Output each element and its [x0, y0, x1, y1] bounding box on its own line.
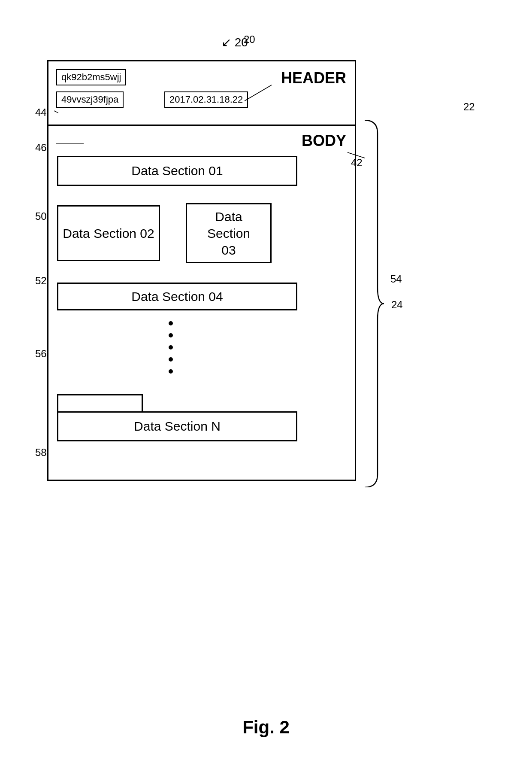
body-section: BODY Data Section 01 Data Section 02 Dat… [48, 126, 355, 482]
ref-22-label: 22 [463, 101, 475, 113]
ref-42-label: 42 [351, 157, 363, 169]
token-1-box: qk92b2ms5wjj [56, 69, 126, 85]
data-section-02: Data Section 02 [57, 205, 160, 261]
dot-5 [169, 369, 173, 374]
ref-58-label: 58 [35, 447, 47, 459]
dot-3 [169, 345, 173, 350]
ref-54-label: 54 [390, 273, 402, 285]
ref-56-label: 56 [35, 348, 47, 360]
svg-line-0 [54, 111, 58, 128]
ref-52-label: 52 [35, 275, 47, 287]
token-2-box: 49vvszj39fjpa [56, 91, 124, 108]
header-section: HEADER qk92b2ms5wjj 49vvszj39fjpa 2017.0… [48, 61, 355, 126]
section-n-notch [57, 394, 143, 411]
arrow-20: ↙ 20 [221, 35, 248, 49]
data-section-n: Data Section N [57, 411, 297, 441]
dot-1 [169, 321, 173, 325]
dot-4 [169, 357, 173, 362]
data-section-n-wrapper: Data Section N [57, 394, 297, 441]
dot-2 [169, 333, 173, 337]
ref-44-arrow [37, 106, 58, 158]
data-section-04: Data Section 04 [57, 283, 297, 310]
brace-24-svg [360, 120, 386, 487]
header-title: HEADER [281, 69, 346, 87]
data-section-02-label: Data Section 02 [63, 225, 154, 242]
main-diagram-box: HEADER qk92b2ms5wjj 49vvszj39fjpa 2017.0… [47, 60, 356, 481]
date-box: 2017.02.31.18.22 [164, 91, 248, 108]
data-section-03-label: DataSection03 [207, 208, 250, 258]
data-section-03: DataSection03 [186, 203, 272, 263]
figure-caption: Fig. 2 [242, 717, 290, 738]
data-section-01: Data Section 01 [57, 156, 297, 186]
body-title: BODY [302, 132, 346, 150]
ellipsis-dots [169, 321, 173, 374]
ref-50-label: 50 [35, 210, 47, 222]
ref-24-label: 24 [391, 299, 403, 311]
